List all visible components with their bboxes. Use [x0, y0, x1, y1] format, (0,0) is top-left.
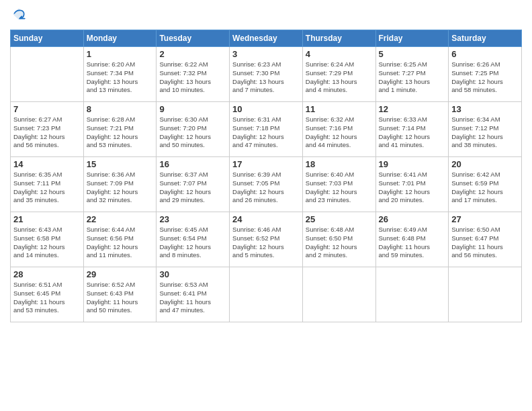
calendar-cell: 23Sunrise: 6:45 AM Sunset: 6:54 PM Dayli…: [157, 212, 230, 267]
day-info: Sunrise: 6:42 AM Sunset: 6:59 PM Dayligh…: [451, 171, 519, 205]
calendar-cell: 19Sunrise: 6:41 AM Sunset: 7:01 PM Dayli…: [375, 157, 449, 212]
day-number: 7: [13, 104, 81, 114]
day-info: Sunrise: 6:24 AM Sunset: 7:29 PM Dayligh…: [306, 60, 373, 95]
day-number: 29: [87, 269, 154, 279]
day-number: 9: [159, 104, 226, 114]
day-number: 30: [159, 269, 226, 279]
day-number: 22: [87, 214, 154, 224]
logo: [10, 7, 26, 24]
calendar-cell: 24Sunrise: 6:46 AM Sunset: 6:52 PM Dayli…: [230, 212, 303, 267]
day-number: 25: [306, 214, 373, 224]
day-number: 23: [159, 214, 226, 224]
calendar-cell: 30Sunrise: 6:53 AM Sunset: 6:41 PM Dayli…: [157, 267, 230, 322]
day-info: Sunrise: 6:22 AM Sunset: 7:32 PM Dayligh…: [159, 60, 226, 95]
day-info: Sunrise: 6:45 AM Sunset: 6:54 PM Dayligh…: [159, 226, 226, 260]
calendar-cell: 7Sunrise: 6:27 AM Sunset: 7:23 PM Daylig…: [11, 102, 84, 157]
day-info: Sunrise: 6:23 AM Sunset: 7:30 PM Dayligh…: [232, 60, 300, 95]
day-info: Sunrise: 6:30 AM Sunset: 7:20 PM Dayligh…: [159, 116, 226, 150]
day-number: 17: [232, 159, 300, 169]
calendar-cell: 8Sunrise: 6:28 AM Sunset: 7:21 PM Daylig…: [83, 102, 157, 157]
day-info: Sunrise: 6:36 AM Sunset: 7:09 PM Dayligh…: [87, 171, 154, 205]
header: [10, 7, 522, 24]
weekday-header: Wednesday: [230, 30, 303, 47]
day-number: 12: [379, 104, 446, 114]
day-number: 13: [451, 104, 519, 114]
calendar-cell: 10Sunrise: 6:31 AM Sunset: 7:18 PM Dayli…: [230, 102, 303, 157]
day-info: Sunrise: 6:39 AM Sunset: 7:05 PM Dayligh…: [232, 171, 300, 205]
day-info: Sunrise: 6:41 AM Sunset: 7:01 PM Dayligh…: [379, 171, 446, 205]
calendar-cell: 28Sunrise: 6:51 AM Sunset: 6:45 PM Dayli…: [11, 267, 84, 322]
day-info: Sunrise: 6:27 AM Sunset: 7:23 PM Dayligh…: [13, 116, 81, 150]
day-number: 20: [451, 159, 519, 169]
calendar-cell: 21Sunrise: 6:43 AM Sunset: 6:58 PM Dayli…: [11, 212, 84, 267]
calendar-cell: 2Sunrise: 6:22 AM Sunset: 7:32 PM Daylig…: [157, 47, 230, 102]
calendar-cell: 15Sunrise: 6:36 AM Sunset: 7:09 PM Dayli…: [83, 157, 157, 212]
calendar-cell: 22Sunrise: 6:44 AM Sunset: 6:56 PM Dayli…: [83, 212, 157, 267]
day-number: 5: [379, 49, 446, 59]
day-number: 16: [159, 159, 226, 169]
day-info: Sunrise: 6:28 AM Sunset: 7:21 PM Dayligh…: [87, 116, 154, 150]
calendar-cell: 4Sunrise: 6:24 AM Sunset: 7:29 PM Daylig…: [302, 47, 375, 102]
weekday-header: Saturday: [449, 30, 522, 47]
day-number: 24: [232, 214, 300, 224]
day-number: 3: [232, 49, 300, 59]
day-number: 15: [87, 159, 154, 169]
day-info: Sunrise: 6:35 AM Sunset: 7:11 PM Dayligh…: [13, 171, 81, 205]
calendar-cell: 9Sunrise: 6:30 AM Sunset: 7:20 PM Daylig…: [157, 102, 230, 157]
calendar-cell: 13Sunrise: 6:34 AM Sunset: 7:12 PM Dayli…: [449, 102, 522, 157]
weekday-header: Monday: [83, 30, 157, 47]
calendar-cell: 20Sunrise: 6:42 AM Sunset: 6:59 PM Dayli…: [449, 157, 522, 212]
day-number: 11: [306, 104, 373, 114]
calendar-cell: 11Sunrise: 6:32 AM Sunset: 7:16 PM Dayli…: [302, 102, 375, 157]
day-number: 6: [451, 49, 519, 59]
calendar-cell: 6Sunrise: 6:26 AM Sunset: 7:25 PM Daylig…: [449, 47, 522, 102]
calendar-cell: 29Sunrise: 6:52 AM Sunset: 6:43 PM Dayli…: [83, 267, 157, 322]
day-info: Sunrise: 6:40 AM Sunset: 7:03 PM Dayligh…: [306, 171, 373, 205]
calendar-week-row: 14Sunrise: 6:35 AM Sunset: 7:11 PM Dayli…: [11, 157, 522, 212]
day-info: Sunrise: 6:44 AM Sunset: 6:56 PM Dayligh…: [87, 226, 154, 260]
calendar-cell: 14Sunrise: 6:35 AM Sunset: 7:11 PM Dayli…: [11, 157, 84, 212]
calendar-cell: 5Sunrise: 6:25 AM Sunset: 7:27 PM Daylig…: [375, 47, 449, 102]
day-number: 21: [13, 214, 81, 224]
day-info: Sunrise: 6:46 AM Sunset: 6:52 PM Dayligh…: [232, 226, 300, 260]
weekday-header: Tuesday: [157, 30, 230, 47]
calendar-week-row: 28Sunrise: 6:51 AM Sunset: 6:45 PM Dayli…: [11, 267, 522, 322]
calendar-week-row: 1Sunrise: 6:20 AM Sunset: 7:34 PM Daylig…: [11, 47, 522, 102]
calendar-week-row: 21Sunrise: 6:43 AM Sunset: 6:58 PM Dayli…: [11, 212, 522, 267]
day-info: Sunrise: 6:26 AM Sunset: 7:25 PM Dayligh…: [451, 60, 519, 95]
day-number: 28: [13, 269, 81, 279]
day-info: Sunrise: 6:20 AM Sunset: 7:34 PM Dayligh…: [87, 60, 154, 95]
day-info: Sunrise: 6:31 AM Sunset: 7:18 PM Dayligh…: [232, 116, 300, 150]
day-info: Sunrise: 6:33 AM Sunset: 7:14 PM Dayligh…: [379, 116, 446, 150]
day-info: Sunrise: 6:52 AM Sunset: 6:43 PM Dayligh…: [87, 281, 154, 315]
calendar-table: SundayMondayTuesdayWednesdayThursdayFrid…: [10, 30, 522, 322]
calendar-cell: [302, 267, 375, 322]
calendar-cell: 16Sunrise: 6:37 AM Sunset: 7:07 PM Dayli…: [157, 157, 230, 212]
day-number: 19: [379, 159, 446, 169]
day-info: Sunrise: 6:53 AM Sunset: 6:41 PM Dayligh…: [159, 281, 226, 315]
day-info: Sunrise: 6:51 AM Sunset: 6:45 PM Dayligh…: [13, 281, 81, 315]
calendar-cell: 18Sunrise: 6:40 AM Sunset: 7:03 PM Dayli…: [302, 157, 375, 212]
calendar-cell: [230, 267, 303, 322]
calendar-cell: 25Sunrise: 6:48 AM Sunset: 6:50 PM Dayli…: [302, 212, 375, 267]
day-number: 2: [159, 49, 226, 59]
calendar-cell: 12Sunrise: 6:33 AM Sunset: 7:14 PM Dayli…: [375, 102, 449, 157]
calendar-cell: 3Sunrise: 6:23 AM Sunset: 7:30 PM Daylig…: [230, 47, 303, 102]
calendar-cell: [11, 47, 84, 102]
calendar-cell: 17Sunrise: 6:39 AM Sunset: 7:05 PM Dayli…: [230, 157, 303, 212]
day-info: Sunrise: 6:43 AM Sunset: 6:58 PM Dayligh…: [13, 226, 81, 260]
weekday-header: Sunday: [11, 30, 84, 47]
calendar-cell: [375, 267, 449, 322]
day-info: Sunrise: 6:34 AM Sunset: 7:12 PM Dayligh…: [451, 116, 519, 150]
calendar-cell: [449, 267, 522, 322]
day-info: Sunrise: 6:32 AM Sunset: 7:16 PM Dayligh…: [306, 116, 373, 150]
day-info: Sunrise: 6:48 AM Sunset: 6:50 PM Dayligh…: [306, 226, 373, 260]
day-number: 27: [451, 214, 519, 224]
page-container: SundayMondayTuesdayWednesdayThursdayFrid…: [0, 0, 532, 411]
logo-icon: [11, 7, 26, 21]
day-number: 14: [13, 159, 81, 169]
calendar-header-row: SundayMondayTuesdayWednesdayThursdayFrid…: [11, 30, 522, 47]
day-number: 26: [379, 214, 446, 224]
calendar-cell: 1Sunrise: 6:20 AM Sunset: 7:34 PM Daylig…: [83, 47, 157, 102]
day-info: Sunrise: 6:37 AM Sunset: 7:07 PM Dayligh…: [159, 171, 226, 205]
